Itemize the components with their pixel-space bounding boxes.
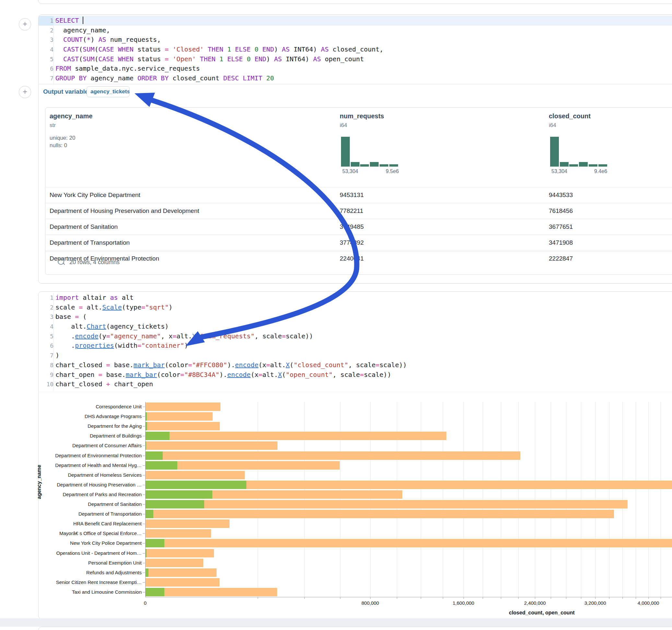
gridline xyxy=(566,402,566,597)
x-axis-tick-label: 800,000 xyxy=(361,600,379,606)
closed-count-bar[interactable] xyxy=(145,403,220,411)
gridline xyxy=(648,402,649,597)
y-axis-label: Department of Housing Preservation … xyxy=(44,482,142,487)
y-axis-line xyxy=(145,402,146,597)
y-axis-label: Taxi and Limousine Commission xyxy=(44,589,142,595)
closed-count-bar[interactable] xyxy=(145,471,245,479)
closed-count-bar[interactable] xyxy=(145,539,672,547)
x-axis-tick-label: 0 xyxy=(144,600,146,606)
y-axis-tick xyxy=(143,456,145,456)
y-axis-label: Department of Health and Mental Hyg… xyxy=(44,462,142,468)
y-axis-tick xyxy=(143,543,145,543)
y-axis-tick xyxy=(143,475,145,476)
gridline xyxy=(258,402,258,597)
altair-chart: Correspondence UnitDHS Advantage Program… xyxy=(0,0,672,630)
gridline xyxy=(518,402,519,597)
y-axis-tick xyxy=(143,524,145,524)
gridline xyxy=(551,402,551,597)
y-axis-tick xyxy=(143,573,145,573)
open-count-bar[interactable] xyxy=(145,461,177,469)
closed-count-bar[interactable] xyxy=(145,432,447,440)
y-axis-tick xyxy=(143,514,145,514)
y-axis-label: Department of Consumer Affairs xyxy=(44,443,142,448)
gridline xyxy=(443,402,443,597)
x-axis-tick-label: 1,600,000 xyxy=(453,600,474,606)
open-count-bar[interactable] xyxy=(145,510,153,518)
y-axis-label: Department of Sanitation xyxy=(44,501,142,507)
y-axis-tick xyxy=(143,416,145,417)
y-axis-label: Refunds and Adjustments xyxy=(44,570,142,575)
y-axis-tick xyxy=(143,436,145,436)
y-axis-tick xyxy=(143,426,145,427)
next-cell-top-edge xyxy=(38,627,672,630)
y-axis-tick xyxy=(143,533,145,534)
y-axis-label: Operations Unit - Department of Hom… xyxy=(44,550,142,556)
open-count-bar[interactable] xyxy=(145,490,212,499)
x-axis-tick-label: 2,400,000 xyxy=(524,600,546,606)
gridline xyxy=(483,402,483,597)
closed-count-bar[interactable] xyxy=(145,549,214,557)
gridline xyxy=(609,402,609,597)
y-axis-tick xyxy=(143,582,145,583)
y-axis-label: New York City Police Department xyxy=(44,540,142,546)
y-axis-tick xyxy=(143,504,145,505)
gridline xyxy=(535,402,535,597)
notebook-page: + + 1∨SELECT 2 agency_name,3 COUNT(*) AS… xyxy=(0,0,672,630)
closed-count-bar[interactable] xyxy=(145,588,277,596)
x-axis-tick-label: 4,000,000 xyxy=(638,600,659,606)
closed-count-bar[interactable] xyxy=(145,500,628,508)
gridline xyxy=(636,402,636,597)
closed-count-bar[interactable] xyxy=(145,510,614,518)
gridline xyxy=(340,402,340,597)
y-axis-label: Department of Homeless Services xyxy=(44,472,142,478)
open-count-bar[interactable] xyxy=(145,568,148,577)
y-axis-label: Mayorâ€ s Office of Special Enforce… xyxy=(44,531,142,536)
y-axis-label: Senior Citizen Rent Increase Exempti… xyxy=(44,579,142,585)
y-axis-tick xyxy=(143,494,145,495)
y-axis-label: Department of Transportation xyxy=(44,511,142,516)
open-count-bar[interactable] xyxy=(145,539,164,547)
y-axis-label: Department for the Aging xyxy=(44,423,142,429)
gridline xyxy=(463,402,464,597)
y-axis-tick xyxy=(143,553,145,554)
y-axis-label: Personal Exemption Unit xyxy=(44,560,142,565)
closed-count-bar[interactable] xyxy=(145,422,220,430)
gridline xyxy=(622,402,623,597)
y-axis-label: Department of Parks and Recreation xyxy=(44,492,142,497)
closed-count-bar[interactable] xyxy=(145,441,278,450)
open-count-bar[interactable] xyxy=(145,432,170,440)
y-axis-tick xyxy=(143,465,145,466)
y-axis-label: Department of Buildings xyxy=(44,433,142,438)
closed-count-bar[interactable] xyxy=(145,452,520,460)
closed-count-bar[interactable] xyxy=(145,578,219,587)
closed-count-bar[interactable] xyxy=(145,559,203,567)
open-count-bar[interactable] xyxy=(145,452,163,460)
y-axis-tick xyxy=(143,407,145,407)
gridline xyxy=(501,402,501,597)
x-axis-line xyxy=(145,597,672,597)
y-axis-tick xyxy=(143,445,145,446)
x-axis-title: closed_count, open_count xyxy=(509,610,575,616)
y-axis-tick xyxy=(143,592,145,592)
gridline xyxy=(370,402,370,597)
y-axis-label: Department of Environmental Protection xyxy=(44,453,142,458)
closed-count-bar[interactable] xyxy=(145,412,213,421)
page-gap xyxy=(0,618,672,627)
gridline xyxy=(304,402,305,597)
y-axis-title: agency_name xyxy=(36,465,42,499)
open-count-bar[interactable] xyxy=(145,588,164,596)
closed-count-bar[interactable] xyxy=(145,529,211,538)
closed-count-bar[interactable] xyxy=(145,519,230,528)
open-count-bar[interactable] xyxy=(145,481,246,489)
closed-count-bar[interactable] xyxy=(145,568,217,577)
x-axis-tick-label: 3,200,000 xyxy=(584,600,606,606)
y-axis-label: Correspondence Unit xyxy=(44,404,142,409)
open-count-bar[interactable] xyxy=(145,500,204,508)
y-axis-label: DHS Advantage Programs xyxy=(44,413,142,419)
y-axis-label: HRA Benefit Card Replacement xyxy=(44,521,142,526)
gridline xyxy=(421,402,421,597)
gridline xyxy=(661,402,661,597)
y-axis-tick xyxy=(143,485,145,485)
gridline xyxy=(397,402,397,597)
gridline xyxy=(595,402,596,597)
